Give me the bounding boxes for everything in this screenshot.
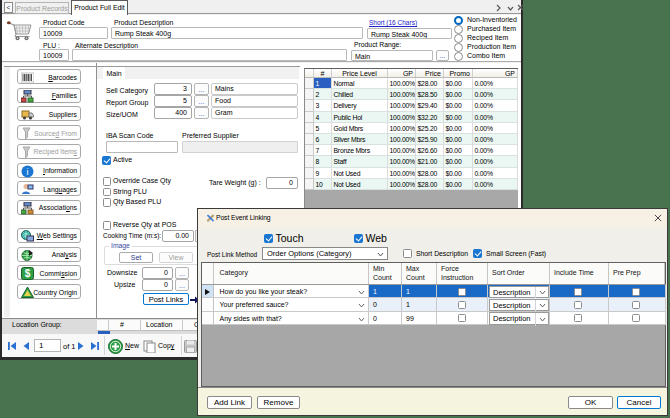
svg-text:i: i — [27, 167, 29, 177]
svg-text:$: $ — [25, 268, 31, 279]
